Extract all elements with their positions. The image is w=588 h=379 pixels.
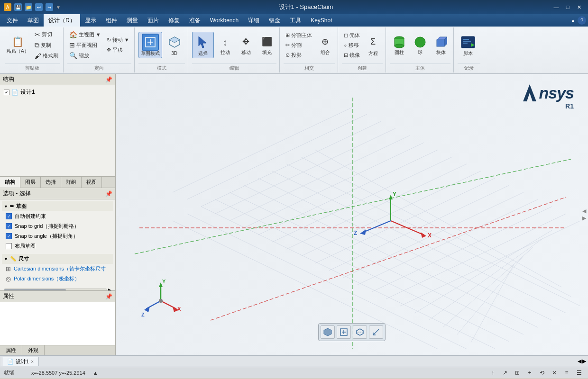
tab-groups[interactable]: 群组 [61, 177, 82, 188]
options-pin[interactable]: 📌 [105, 190, 112, 197]
copy-button[interactable]: ⧉ 复制 [33, 40, 60, 50]
offset-btn[interactable]: ⬦ 移移 [342, 41, 362, 50]
svg-point-8 [395, 44, 404, 48]
view-cube-btn[interactable] [321, 325, 335, 339]
section-view-btn[interactable] [353, 325, 367, 339]
equation-btn[interactable]: Σ 方程 [364, 32, 383, 58]
quick-access-save[interactable]: 💾 [14, 3, 22, 11]
translate-btn[interactable]: ✥ 平移 [105, 45, 131, 54]
auto-constraint-cb[interactable]: ✓ [6, 213, 12, 219]
cartesian-link[interactable]: Cartesian dimensions（笛卡尔坐标尺寸 [14, 265, 106, 272]
app-icon: A [4, 3, 11, 11]
pull-btn[interactable]: ↕ 拉动 [216, 33, 235, 57]
menu-repair[interactable]: 修复 [164, 14, 184, 27]
snap-grid-cb[interactable]: ✓ [6, 223, 12, 229]
cut-button[interactable]: ✂ 剪切 [33, 30, 60, 39]
tab-selection[interactable]: 选择 [41, 177, 61, 188]
minimize-button[interactable]: — [551, 3, 561, 11]
scroll-track[interactable] [4, 289, 107, 290]
sketch-section-title[interactable]: ▼ ✏ 草图 [2, 201, 113, 211]
menu-component[interactable]: 组件 [101, 14, 122, 27]
attr-tab-appearance[interactable]: 外观 [22, 345, 45, 355]
fill-btn[interactable]: ⬛ 填充 [257, 33, 276, 57]
split-btn[interactable]: ✂ 分割 [284, 41, 314, 50]
quick-access-more[interactable]: ▼ [56, 5, 61, 10]
menu-prepare[interactable]: 准备 [184, 14, 205, 27]
main-view-btn[interactable]: 🏠 主视图 ▼ [67, 30, 103, 39]
menu-detail[interactable]: 详细 [243, 14, 264, 27]
3d-mode-btn[interactable]: 3D [164, 32, 185, 58]
paste-button[interactable]: 📋 粘贴（A） [5, 35, 31, 55]
zoom-btn[interactable]: 🔍 缩放 [67, 51, 103, 60]
ribbon-collapse-btn[interactable]: ▲ [570, 18, 576, 23]
polar-link[interactable]: Polar dimensions（极坐标） [14, 275, 80, 282]
layout-sketch-cb[interactable] [6, 243, 12, 249]
snap-angle-cb[interactable]: ✓ [6, 233, 12, 239]
status-btn-4[interactable]: + [524, 369, 535, 377]
fit-all-btn[interactable] [337, 325, 351, 339]
status-btn-5[interactable]: ⟲ [537, 369, 547, 377]
menu-measure[interactable]: 测量 [122, 14, 143, 27]
sketch-mode-icon [142, 34, 159, 51]
tabbar-left-btn[interactable]: ◀ [578, 358, 581, 364]
tree-item-design1[interactable]: ✓ 📄 设计1 [2, 87, 113, 97]
script-btn[interactable]: 脚本 [458, 32, 478, 58]
statusbar-right: ↑ ↗ ⊞ + ⟲ ✕ ≡ ☰ [487, 369, 584, 377]
select-btn[interactable]: 选择 [192, 32, 214, 58]
menu-tools[interactable]: 工具 [285, 14, 306, 27]
rotate-btn[interactable]: ↻ 转动 ▼ [105, 36, 131, 45]
block-btn[interactable]: 块体 [432, 33, 450, 57]
measure-btn[interactable] [369, 325, 383, 339]
sphere-btn[interactable]: 球 [411, 33, 430, 57]
sketch-mode-btn[interactable]: 草图模式 [138, 32, 162, 58]
menu-workbench[interactable]: Workbench [205, 14, 243, 27]
project-btn[interactable]: ⊙ 投影 [284, 51, 314, 60]
help-btn[interactable]: ? [578, 16, 586, 25]
menu-file[interactable]: 文件 [2, 14, 23, 27]
viewport-tab-design1[interactable]: 📄 设计1 × [2, 357, 39, 366]
quick-access-undo[interactable]: ↩ [35, 3, 43, 11]
status-btn-7[interactable]: ≡ [561, 369, 572, 377]
status-btn-2[interactable]: ↗ [500, 369, 510, 377]
quick-access-folder[interactable]: 📁 [25, 3, 32, 11]
status-btn-8[interactable]: ☰ [574, 369, 584, 377]
tab-views[interactable]: 视图 [82, 177, 102, 188]
move-btn[interactable]: ✥ 移动 [237, 33, 256, 57]
status-btn-3[interactable]: ⊞ [512, 369, 523, 377]
status-btn-6[interactable]: ✕ [549, 369, 560, 377]
menu-sketch[interactable]: 草图 [23, 14, 44, 27]
mirror-btn[interactable]: ⊟ 镜像 [342, 51, 362, 60]
menu-sheetmetal[interactable]: 钣金 [264, 14, 285, 27]
tab-close-btn[interactable]: × [31, 359, 34, 364]
close-button[interactable]: ✕ [574, 3, 584, 11]
scroll-thumb[interactable] [4, 289, 66, 290]
dimensions-section-title[interactable]: ▼ 📏 尺寸 [2, 254, 113, 264]
attr-pin[interactable]: 📌 [105, 293, 112, 300]
tabbar-right-btn[interactable]: ▶ [582, 358, 586, 364]
viewport-toolbar [318, 323, 386, 341]
format-painter-button[interactable]: 🖌 格式刷 [33, 51, 60, 61]
menu-keyshot[interactable]: KeyShot [306, 14, 337, 27]
sketch-section-label: 草图 [16, 203, 27, 210]
menu-display[interactable]: 显示 [80, 14, 101, 27]
scroll-up-arrow[interactable]: ◀ [582, 208, 586, 214]
menu-design[interactable]: 设计（D） [44, 14, 80, 27]
attr-tab-properties[interactable]: 属性 [0, 345, 22, 355]
menu-facets[interactable]: 面片 [143, 14, 164, 27]
split-body-btn[interactable]: ⊞ 分割主体 [284, 31, 314, 40]
tab-structure[interactable]: 结构 [0, 177, 20, 188]
quick-access-redo[interactable]: ↪ [46, 3, 53, 11]
tab-layers[interactable]: 图层 [20, 177, 41, 188]
viewport[interactable]: nsys R1 [116, 74, 588, 355]
maximize-button[interactable]: □ [562, 3, 573, 11]
status-up-icon[interactable]: ▲ [93, 370, 98, 376]
combine-btn[interactable]: ⊕ 组合 [316, 33, 335, 57]
status-btn-1[interactable]: ↑ [487, 369, 498, 377]
structure-pin[interactable]: 📌 [105, 76, 112, 83]
tree-checkbox[interactable]: ✓ [4, 90, 9, 95]
scroll-down-arrow[interactable]: ▶ [582, 215, 586, 221]
plane-view-btn[interactable]: ⊞ 平面视图 [67, 40, 103, 50]
cut-icon: ✂ [35, 31, 40, 38]
shell-btn[interactable]: ◻ 壳体 [342, 31, 362, 40]
cylinder-btn[interactable]: 圆柱 [390, 33, 409, 57]
